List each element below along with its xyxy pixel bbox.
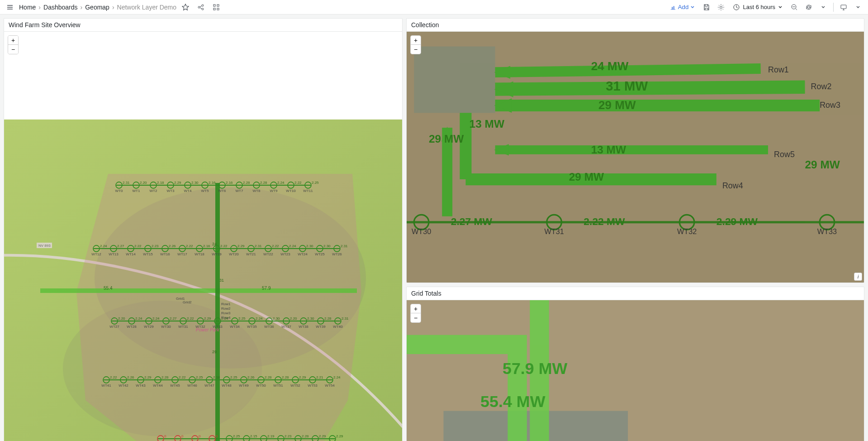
panel-title[interactable]: Wind Farm Site Overview xyxy=(4,19,402,32)
turbine-value: 2.22 xyxy=(220,244,228,248)
turbine-label: WT22 xyxy=(263,252,273,256)
turbine-value: 2.29 xyxy=(299,375,306,379)
zoom-in-button[interactable]: + xyxy=(411,36,421,45)
turbine-label: WT18 xyxy=(194,252,204,256)
svg-text:Row3: Row3 xyxy=(221,311,231,315)
turbine-value: 2.29 xyxy=(336,434,343,438)
svg-text:Row4: Row4 xyxy=(722,181,743,190)
turbine-label: WT31 xyxy=(178,325,188,329)
turbine-value: 2.22 xyxy=(186,244,193,248)
zoom-in-button[interactable]: + xyxy=(8,36,18,45)
panel-grid-totals: Grid Totals +− i 57.9 MW 55.4 MW Grid1 G… xyxy=(406,287,864,441)
turbine-value: 2.29 xyxy=(319,434,326,438)
turbine-value: 0 xyxy=(216,434,218,438)
turbine-value: 2.24 xyxy=(100,244,107,248)
zoom-out-icon[interactable] xyxy=(788,1,801,14)
svg-rect-3 xyxy=(213,5,215,6)
turbine-value: 2.25 xyxy=(312,181,319,185)
grid-map[interactable]: 57.9 MW 55.4 MW Grid1 Grid2 xyxy=(407,300,864,441)
turbine-value: 2.16 xyxy=(209,181,216,185)
svg-text:29 MW: 29 MW xyxy=(429,133,464,145)
apps-icon[interactable] xyxy=(210,1,223,14)
svg-text:Grid2: Grid2 xyxy=(183,300,192,304)
turbine-value: 2.22 xyxy=(272,244,279,248)
share-icon[interactable] xyxy=(194,1,207,14)
turbine-label: WT3 xyxy=(167,189,175,193)
turbine-label: WT52 xyxy=(290,383,300,388)
attribution-icon[interactable]: i xyxy=(854,273,862,281)
turbine-value: 2.15 xyxy=(250,434,257,438)
settings-icon[interactable] xyxy=(715,1,727,14)
svg-text:31: 31 xyxy=(219,278,224,283)
collection-map[interactable]: 24 MW 31 MW 29 MW 13 MW 29 MW 13 MW 29 M… xyxy=(407,32,864,283)
svg-rect-10 xyxy=(841,5,846,9)
turbine-value: 2.26 xyxy=(169,244,176,248)
svg-text:Row1: Row1 xyxy=(221,302,231,306)
zoom-control: + − xyxy=(8,35,19,54)
turbine-label: WT5 xyxy=(201,189,209,193)
turbine-value: 2.27 xyxy=(170,316,177,321)
turbine-value: 2.29 MW xyxy=(716,216,758,227)
turbine-value: 2.25 xyxy=(230,375,237,379)
turbine-label: WT35 xyxy=(247,325,257,329)
turbine-label: WT33 xyxy=(213,325,223,329)
svg-text:Row2: Row2 xyxy=(221,307,231,311)
svg-text:NV 893: NV 893 xyxy=(38,244,51,248)
svg-text:Row2: Row2 xyxy=(811,82,832,91)
breadcrumb-dashboards[interactable]: Dashboards xyxy=(43,4,78,11)
turbine-value: 2.26 xyxy=(247,375,255,379)
turbine-value: 2.24 xyxy=(152,316,160,321)
turbine-label: WT10 xyxy=(286,189,296,193)
time-range-picker[interactable]: Last 6 hours xyxy=(729,2,786,13)
turbine-value: 2.29 xyxy=(204,316,211,321)
refresh-dropdown-icon[interactable] xyxy=(817,1,830,14)
add-button[interactable]: Add xyxy=(666,2,699,12)
turbine-value: 2.20 xyxy=(118,316,125,321)
turbine-value: 2.31 xyxy=(342,316,349,321)
turbine-value: 2.24 xyxy=(277,181,285,185)
turbine-label: WT0 xyxy=(115,189,123,193)
turbine-label: WT32 xyxy=(195,325,205,329)
panel-collection: Collection +− i xyxy=(406,18,864,283)
svg-rect-5 xyxy=(213,8,215,10)
turbine-label: WT30 xyxy=(161,325,171,329)
svg-text:29: 29 xyxy=(212,350,217,354)
turbine-value: 2.28 xyxy=(282,375,289,379)
svg-rect-4 xyxy=(217,5,219,6)
turbine-value: 2.23 xyxy=(152,244,159,248)
turbine-label: WT54 xyxy=(325,383,335,388)
turbine-value: 2.28 xyxy=(324,316,332,321)
turbine-value: 2.30 xyxy=(273,316,280,321)
zoom-out-button[interactable]: − xyxy=(411,313,421,322)
breadcrumb: Home› Dashboards› Geomap› Network Layer … xyxy=(19,4,176,11)
turbine-label: WT43 xyxy=(136,383,146,388)
turbine-value: 2.30 xyxy=(307,316,314,321)
turbine-label: WT19 xyxy=(212,252,222,256)
zoom-out-button[interactable]: − xyxy=(8,45,18,54)
breadcrumb-geomap[interactable]: Geomap xyxy=(85,4,109,11)
monitor-icon[interactable] xyxy=(837,1,850,14)
turbine-label: WT6 xyxy=(218,189,226,193)
turbine-value: 2.29 xyxy=(237,244,245,248)
turbine-value: 2.22 xyxy=(110,375,117,379)
menu-icon[interactable] xyxy=(4,1,16,14)
turbine-label: WT25 xyxy=(315,252,325,256)
turbine-label: WT34 xyxy=(230,325,240,329)
turbine-value: 2.22 MW xyxy=(583,216,625,227)
star-icon[interactable] xyxy=(179,1,192,14)
zoom-in-button[interactable]: + xyxy=(411,304,421,313)
refresh-icon[interactable] xyxy=(802,1,815,14)
svg-text:Row1: Row1 xyxy=(768,65,789,74)
save-icon[interactable] xyxy=(700,1,713,14)
panel-title[interactable]: Collection xyxy=(407,19,864,32)
turbine-value: 2.25 xyxy=(233,434,240,438)
chevron-down-icon[interactable] xyxy=(852,1,864,14)
zoom-out-button[interactable]: − xyxy=(411,45,421,54)
turbine-value: 2.31 xyxy=(123,181,130,185)
breadcrumb-home[interactable]: Home xyxy=(19,4,36,11)
overview-map[interactable]: NV 893 55.4 57.9 24 31 29 Grid1 Grid2 Ro… xyxy=(4,32,402,441)
turbine-label: WT15 xyxy=(143,252,153,256)
panel-title[interactable]: Grid Totals xyxy=(407,287,864,300)
turbine-label: WT17 xyxy=(177,252,187,256)
turbine-value: 0 xyxy=(199,434,201,438)
